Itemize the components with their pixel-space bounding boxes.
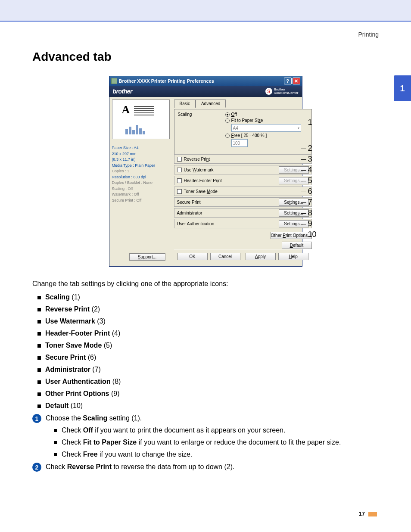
solutions-center-icon[interactable]: S [265,88,272,95]
list-item: Secure Print (6) [45,354,379,361]
scaling-free-radio[interactable] [225,134,230,138]
list-item: Check Off if you want to print the docum… [62,426,379,434]
window-title: Brother XXXX Printer Printing Preference… [119,78,283,84]
callout-1: 1 [308,118,312,127]
reverse-print-label: Reverse Print [184,157,210,162]
tab-bar: Basic Advanced [174,100,312,108]
callout-4: 4 [308,165,312,174]
cancel-button[interactable]: Cancel [210,253,240,260]
reverse-print-checkbox[interactable] [177,157,182,162]
step-number-icon: 2 [32,463,41,472]
toner-save-row: Toner Save Mode [174,187,312,196]
support-button[interactable]: Support... [129,253,165,261]
list-item: Use Watermark (3) [45,317,379,325]
list-item: Header-Footer Print (4) [45,330,379,337]
user-auth-label: User Authentication [177,221,215,226]
apply-button[interactable]: Apply [246,253,276,260]
help-titlebar-button[interactable]: ? [284,78,292,84]
callout-9: 9 [308,219,312,228]
app-icon [111,78,117,84]
header-footer-label: Header-Footer Print [184,178,222,183]
side-info: Paper Size : A4 210 x 297 mm (8.3 x 11.7… [112,145,170,203]
secure-print-label: Secure Print [177,200,201,205]
list-item: Scaling (1) [45,293,379,301]
step-number-icon: 1 [32,414,41,423]
header-footer-row: Header-Footer PrintSettings... [174,176,312,185]
list-item: Other Print Options (9) [45,390,379,398]
scaling-fit-label: Fit to Paper Size [231,118,263,123]
scaling-label: Scaling [178,112,225,147]
secure-settings-button[interactable]: Settings... [279,199,309,206]
user-auth-row: User AuthenticationSettings... [174,219,312,228]
hf-settings-button[interactable]: Settings... [279,177,309,184]
list-item: Check Free if you want to change the siz… [62,451,379,458]
free-spinner[interactable]: 100 [231,139,248,147]
intro-text: Change the tab settings by clicking one … [32,279,379,289]
chapter-side-tab: 1 [394,75,411,101]
printing-prefs-dialog: Brother XXXX Printer Printing Preference… [109,76,302,267]
default-button[interactable]: Default [282,242,312,249]
titlebar: Brother XXXX Printer Printing Preference… [109,76,302,86]
scaling-off-label: Off [231,112,237,117]
callout-10: 10 [308,230,317,239]
ok-button[interactable]: OK [177,253,208,260]
scaling-fit-radio[interactable] [225,118,230,123]
screenshot: Brother XXXX Printer Printing Preference… [109,76,302,267]
toner-save-label: Toner Save Mode [184,189,218,194]
administrator-row: AdministratorSettings... [174,208,312,218]
fit-paper-combo[interactable]: A4▾ [231,124,301,132]
reverse-print-row: Reverse Print [174,154,312,164]
watermark-label: Use Watermark [184,168,214,172]
watermark-settings-button[interactable]: Settings... [279,166,309,174]
toner-save-checkbox[interactable] [177,189,182,194]
feature-list: Scaling (1) Reverse Print (2) Use Waterm… [32,293,379,410]
header-footer-checkbox[interactable] [177,178,182,183]
scaling-off-radio[interactable] [225,112,230,117]
userauth-settings-button[interactable]: Settings... [279,220,309,227]
step-1-sublist: Check Off if you want to print the docum… [49,426,379,458]
advanced-panel: Scaling Off Fit to Paper Size A4▾ Free [… [174,109,312,154]
list-item: Reverse Print (2) [45,305,379,313]
callout-7: 7 [308,198,312,207]
list-item: Administrator (7) [45,366,379,373]
page-title: Advanced tab [32,50,379,64]
step-2: 2 Check Reverse Print to reverse the dat… [32,463,379,472]
page-preview: A [112,100,170,139]
callout-6: 6 [308,187,312,196]
tab-advanced[interactable]: Advanced [196,100,226,108]
solutions-center-label[interactable]: BrotherSolutionsCenter [274,88,299,95]
callout-5: 5 [308,176,312,185]
page-top-band [0,0,411,22]
page-number: 17 [32,510,379,517]
secure-print-row: Secure PrintSettings... [174,197,312,207]
administrator-label: Administrator [177,211,202,215]
section-name: Printing [32,31,379,38]
scaling-free-label: Free [ 25 - 400 % ] [231,133,267,138]
chevron-down-icon: ▾ [298,126,299,130]
watermark-row: Use WatermarkSettings... [174,165,312,174]
callout-2: 2 [308,144,312,153]
admin-settings-button[interactable]: Settings... [279,209,309,217]
dialog-button-bar: OK Cancel Apply Help [174,249,312,264]
list-item: Default (10) [45,402,379,410]
close-titlebar-button[interactable]: ✕ [293,78,300,84]
list-item: Toner Save Mode (5) [45,342,379,349]
list-item: User Authentication (8) [45,378,379,386]
step-1: 1 Choose the Scaling setting (1). [32,414,379,423]
callout-8: 8 [308,208,312,218]
brand-bar: brother S BrotherSolutionsCenter [109,86,302,97]
brother-logo: brother [113,88,133,95]
tab-basic[interactable]: Basic [174,100,196,108]
other-print-options-button[interactable]: Other Print Options... [271,232,312,239]
callout-3: 3 [308,155,312,164]
watermark-checkbox[interactable] [177,168,182,172]
help-button[interactable]: Help [278,253,308,260]
list-item: Check Fit to Paper Size if you want to e… [62,439,379,446]
